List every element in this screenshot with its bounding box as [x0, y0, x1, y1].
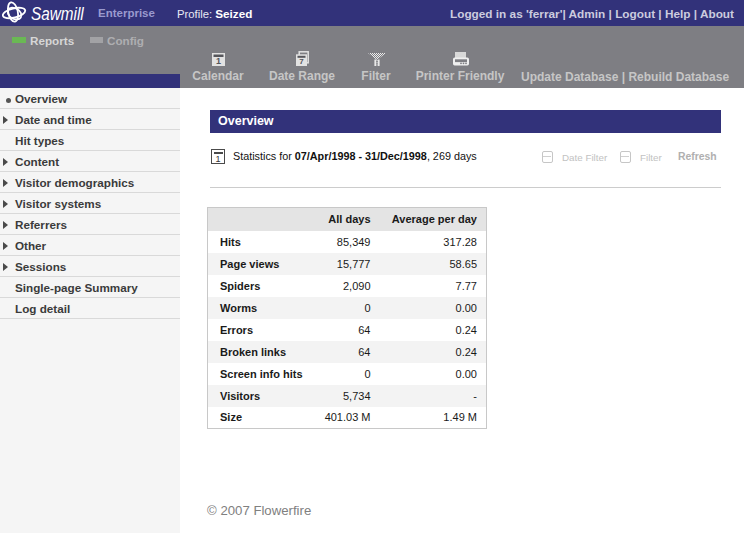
svg-text:1: 1 — [216, 56, 221, 66]
svg-text:7: 7 — [299, 57, 304, 66]
